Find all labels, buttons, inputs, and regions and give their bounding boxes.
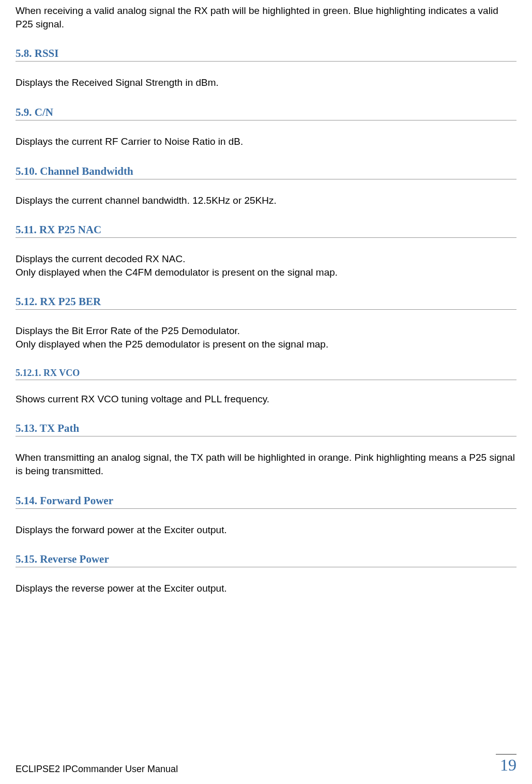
body-reverse-power: Displays the reverse power at the Excite… — [16, 582, 516, 595]
body-rx-p25-nac-line1: Displays the current decoded RX NAC. — [16, 252, 516, 266]
body-channel-bandwidth: Displays the current channel bandwidth. … — [16, 194, 516, 207]
footer-title: ECLIPSE2 IPCommander User Manual — [16, 764, 178, 775]
intro-paragraph: When receiving a valid analog signal the… — [16, 4, 516, 31]
page-number: 19 — [496, 754, 516, 775]
heading-forward-power: 5.14. Forward Power — [16, 494, 516, 509]
heading-tx-path: 5.13. TX Path — [16, 422, 516, 436]
heading-rx-p25-ber: 5.12. RX P25 BER — [16, 295, 516, 310]
heading-rssi: 5.8. RSSI — [16, 47, 516, 62]
heading-rx-p25-nac: 5.11. RX P25 NAC — [16, 223, 516, 238]
body-rssi: Displays the Received Signal Strength in… — [16, 76, 516, 89]
body-rx-vco: Shows current RX VCO tuning voltage and … — [16, 393, 516, 406]
heading-channel-bandwidth: 5.10. Channel Bandwidth — [16, 165, 516, 179]
body-rx-p25-nac-line2: Only displayed when the C4FM demodulator… — [16, 266, 516, 279]
document-content: When receiving a valid analog signal the… — [16, 0, 516, 595]
page-footer: ECLIPSE2 IPCommander User Manual 19 — [16, 754, 516, 775]
body-cn: Displays the current RF Carrier to Noise… — [16, 135, 516, 148]
body-rx-p25-ber-line2: Only displayed when the P25 demodulator … — [16, 338, 516, 351]
heading-cn: 5.9. C/N — [16, 106, 516, 120]
body-rx-p25-nac: Displays the current decoded RX NAC. Onl… — [16, 252, 516, 279]
body-rx-p25-ber: Displays the Bit Error Rate of the P25 D… — [16, 324, 516, 351]
body-forward-power: Displays the forward power at the Excite… — [16, 523, 516, 537]
body-tx-path: When transmitting an analog signal, the … — [16, 451, 516, 477]
heading-rx-vco: 5.12.1. RX VCO — [16, 368, 516, 380]
heading-reverse-power: 5.15. Reverse Power — [16, 553, 516, 567]
body-rx-p25-ber-line1: Displays the Bit Error Rate of the P25 D… — [16, 324, 516, 338]
